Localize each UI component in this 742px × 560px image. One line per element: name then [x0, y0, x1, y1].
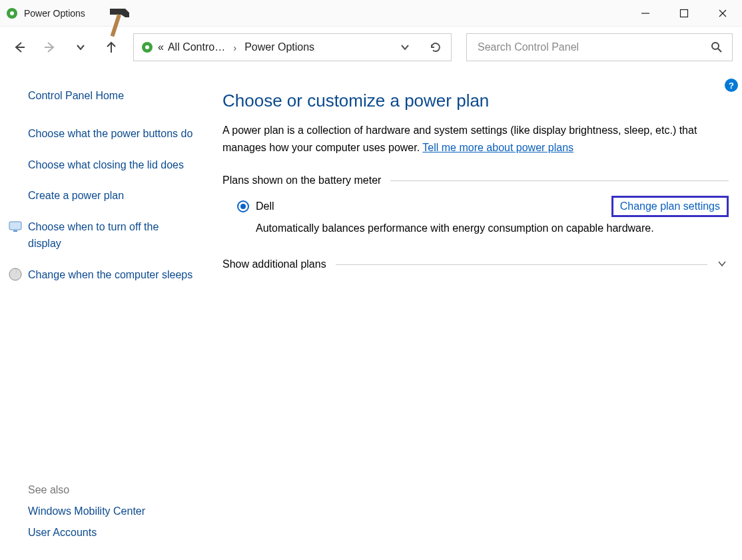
- see-also-mobility-center[interactable]: Windows Mobility Center: [28, 505, 145, 517]
- plans-section-header: Plans shown on the battery meter: [222, 174, 729, 186]
- plan-name: Dell: [256, 200, 274, 212]
- power-plan-row: Dell Change plan settings Automatically …: [222, 196, 729, 234]
- plan-radio-dell[interactable]: [237, 200, 249, 212]
- page-description: A power plan is a collection of hardware…: [222, 122, 729, 156]
- recent-dropdown[interactable]: [73, 40, 88, 55]
- close-button[interactable]: [703, 0, 742, 27]
- main-panel: Choose or customize a power plan A power…: [213, 68, 742, 298]
- sidebar-link-computer-sleeps[interactable]: Change when the computer sleeps: [28, 267, 194, 284]
- forward-button[interactable]: [43, 40, 57, 55]
- breadcrumb-part1[interactable]: All Contro…: [168, 41, 225, 53]
- svg-line-14: [718, 49, 721, 52]
- sidebar-link-closing-lid[interactable]: Choose what closing the lid does: [28, 157, 194, 174]
- sidebar-item-label: Choose when to turn off the display: [28, 221, 159, 249]
- sidebar-link-create-plan[interactable]: Create a power plan: [28, 188, 194, 204]
- address-bar[interactable]: « All Contro… › Power Options: [133, 33, 452, 61]
- up-button[interactable]: [104, 40, 119, 55]
- svg-point-1: [10, 11, 14, 15]
- plan-description: Automatically balances performance with …: [256, 222, 729, 234]
- back-button[interactable]: [12, 40, 27, 55]
- change-plan-settings-link[interactable]: Change plan settings: [611, 196, 729, 217]
- see-also-header: See also: [28, 484, 145, 496]
- see-also-user-accounts[interactable]: User Accounts: [28, 527, 145, 539]
- sidebar-link-turn-off-display[interactable]: Choose when to turn off the display: [28, 219, 194, 252]
- tell-me-more-link[interactable]: Tell me more about power plans: [422, 142, 573, 153]
- help-icon[interactable]: ?: [725, 79, 738, 92]
- breadcrumb-prefix: «: [158, 41, 164, 53]
- page-title: Choose or customize a power plan: [222, 91, 729, 111]
- see-also-section: See also Windows Mobility Center User Ac…: [28, 484, 145, 548]
- sidebar-item-label: Change when the computer sleeps: [28, 269, 192, 280]
- maximize-button[interactable]: [665, 0, 703, 27]
- svg-point-13: [712, 43, 719, 49]
- display-icon: [8, 219, 23, 234]
- breadcrumb-part2[interactable]: Power Options: [244, 41, 314, 53]
- search-box[interactable]: [466, 33, 733, 61]
- minimize-button[interactable]: [626, 0, 665, 27]
- sidebar-link-power-buttons[interactable]: Choose what the power buttons do: [28, 126, 194, 142]
- svg-rect-16: [13, 230, 17, 232]
- power-options-icon: [141, 41, 154, 54]
- refresh-button[interactable]: [427, 39, 444, 56]
- additional-plans-header[interactable]: Show additional plans: [222, 258, 729, 270]
- sidebar: Control Panel Home Choose what the power…: [0, 68, 213, 298]
- search-input[interactable]: [476, 41, 711, 54]
- hammer-cursor-icon: [107, 5, 140, 39]
- svg-rect-15: [9, 222, 21, 230]
- svg-point-12: [145, 45, 149, 49]
- address-dropdown[interactable]: [396, 39, 414, 56]
- breadcrumb-separator-icon: ›: [233, 42, 236, 53]
- sleep-icon: [8, 267, 23, 282]
- window-title: Power Options: [24, 8, 85, 19]
- search-icon[interactable]: [711, 41, 723, 53]
- svg-rect-3: [681, 9, 688, 17]
- control-panel-home-link[interactable]: Control Panel Home: [28, 88, 194, 105]
- svg-rect-7: [111, 14, 121, 37]
- chevron-down-icon: [717, 258, 729, 270]
- power-options-app-icon: [5, 7, 19, 20]
